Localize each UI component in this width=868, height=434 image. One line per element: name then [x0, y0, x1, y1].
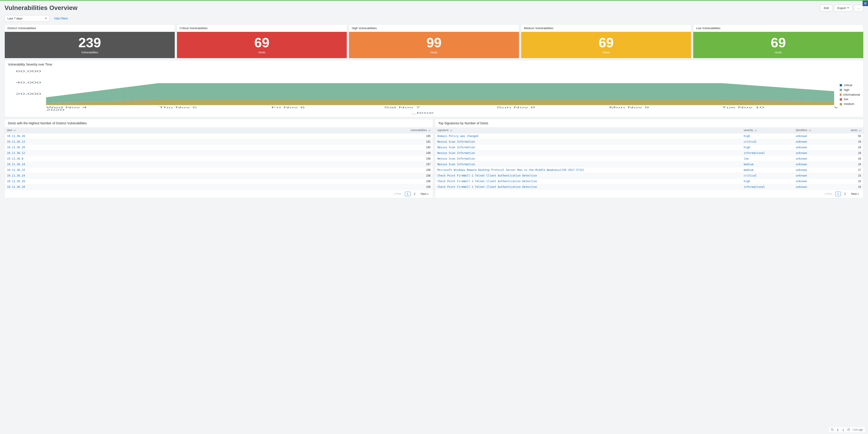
cell-link[interactable]: unknown: [796, 174, 807, 177]
cell-link[interactable]: unknown: [796, 134, 807, 138]
cell-link[interactable]: 10.11.36.14: [7, 163, 25, 166]
cell-link[interactable]: Check Point FireWall-1 Telnet Client Aut…: [437, 185, 537, 188]
cell-link[interactable]: Nessus Scan Information: [437, 157, 475, 160]
column-header[interactable]: severity ▴▾: [741, 127, 794, 133]
metric-card[interactable]: Medium Vulnerabilities 69 Hosts: [521, 24, 691, 58]
cell-link[interactable]: unknown: [796, 163, 807, 166]
cell-link[interactable]: Microsoft Windows Remote Desktop Protoco…: [437, 168, 584, 172]
cell-link[interactable]: 10.11.36.24: [7, 174, 25, 177]
table-row[interactable]: 10.11.36.20160: [5, 145, 433, 150]
cell-link[interactable]: 10.11.36.29: [7, 180, 25, 183]
cell-link[interactable]: Domain Policy was changed: [437, 134, 478, 138]
export-button[interactable]: Export: [834, 5, 852, 11]
column-header[interactable]: dests ▴▾: [834, 127, 863, 133]
cell-link[interactable]: unknown: [796, 185, 807, 188]
cell-link[interactable]: Nessus Scan Information: [437, 140, 475, 143]
legend-item[interactable]: low: [840, 97, 860, 102]
cell-link[interactable]: high: [744, 180, 750, 183]
page-title: Vulnerabilities Overview: [4, 4, 78, 11]
metric-card[interactable]: High Vulnerabilities 99 Hosts: [349, 24, 519, 58]
svg-text:_time: _time: [411, 112, 434, 114]
dests-table-title: Dests with the Highest Number of Distinc…: [5, 119, 433, 127]
table-row[interactable]: Domain Policy was changedhighunknown50: [435, 133, 863, 139]
pager-page[interactable]: 1: [835, 192, 841, 196]
table-row[interactable]: Check Point FireWall-1 Telnet Client Aut…: [435, 179, 863, 184]
cell-link[interactable]: unknown: [796, 157, 807, 160]
cell-link[interactable]: unknown: [796, 151, 807, 155]
cell-link[interactable]: high: [744, 134, 750, 138]
legend-item[interactable]: critical: [840, 83, 860, 88]
table-row[interactable]: Nessus Scan Informationhighunknown19: [435, 145, 863, 150]
metric-card[interactable]: Critical Vulnerabilities 69 Hosts: [177, 24, 347, 58]
cell-link[interactable]: informational: [744, 185, 765, 188]
column-header[interactable]: dest ▴▾: [5, 127, 209, 133]
metric-value: 69: [696, 36, 861, 50]
cell-link[interactable]: 10.11.36.13: [7, 140, 25, 143]
pager-next[interactable]: Next »: [418, 192, 431, 196]
pager-next[interactable]: Next »: [849, 192, 861, 196]
pager-page[interactable]: 2: [842, 192, 848, 196]
pager-page[interactable]: 1: [405, 192, 410, 196]
cell-link[interactable]: critical: [744, 174, 757, 177]
metric-card[interactable]: Low Vulnerabilities 69 Hosts: [693, 24, 864, 58]
cell-link[interactable]: unknown: [796, 140, 807, 143]
column-header[interactable]: signature ▴▾: [435, 127, 741, 133]
cell-link[interactable]: Check Point FireWall-1 Telnet Client Aut…: [437, 174, 537, 177]
svg-text:Tue Nov 10: Tue Nov 10: [721, 106, 764, 109]
metric-label: Hosts: [524, 51, 688, 54]
table-row[interactable]: Microsoft Windows Remote Desktop Protoco…: [435, 167, 863, 173]
cell-link[interactable]: Nessus Scan Information: [437, 146, 475, 149]
cell-link[interactable]: unknown: [796, 180, 807, 183]
cell-link[interactable]: 10.11.36.20: [7, 146, 25, 149]
cell-link[interactable]: medium: [744, 163, 753, 166]
table-row[interactable]: Nessus Scan Informationlowunknown19: [435, 156, 863, 162]
cell-link[interactable]: 10.11.36.22: [7, 168, 25, 172]
metric-card[interactable]: Distinct Vulnerabilities 239 Vulnerabili…: [4, 24, 175, 58]
hide-filters-link[interactable]: Hide Filters: [54, 17, 68, 20]
cell-link[interactable]: Nessus Scan Information: [437, 151, 475, 155]
collapse-panel-tab[interactable]: ≡: [863, 1, 868, 6]
svg-text:2020: 2020: [46, 109, 65, 111]
card-title: Critical Vulnerabilities: [177, 25, 347, 32]
pager-prev[interactable]: « Prev: [392, 192, 403, 196]
svg-text:Sat Nov 7: Sat Nov 7: [384, 106, 420, 109]
cell-link[interactable]: 10.11.36.12: [7, 151, 25, 155]
table-row[interactable]: 10.11.36.14157: [5, 162, 433, 167]
legend-item[interactable]: high: [840, 88, 860, 92]
table-row[interactable]: 10.11.36.22156: [5, 167, 433, 173]
more-actions-button[interactable]: ...: [854, 5, 864, 11]
table-row[interactable]: 10.11.36.13161: [5, 139, 433, 145]
edit-button[interactable]: Edit: [820, 5, 832, 11]
cell-link[interactable]: 10.11.36.8: [7, 157, 23, 160]
table-row[interactable]: 10.11.36.12159: [5, 150, 433, 156]
severity-area-chart[interactable]: 20,00040,00060,000Wed Nov 42020Thu Nov 5…: [8, 69, 837, 115]
table-row[interactable]: 10.11.36.8158: [5, 156, 433, 162]
column-header[interactable]: identifiers ▴▾: [794, 127, 833, 133]
pager-prev[interactable]: « Prev: [822, 192, 834, 196]
cell-link[interactable]: low: [744, 157, 749, 160]
cell-link[interactable]: Check Point FireWall-1 Telnet Client Aut…: [437, 180, 537, 183]
table-row[interactable]: Nessus Scan Informationmediumunknown19: [435, 162, 863, 167]
table-row[interactable]: 10.11.36.24156: [5, 173, 433, 179]
cell-link[interactable]: high: [744, 146, 750, 149]
table-row[interactable]: Nessus Scan Informationinformationalunkn…: [435, 150, 863, 156]
cell-link[interactable]: 10.11.36.10: [7, 185, 25, 188]
cell-link[interactable]: critical: [744, 140, 757, 143]
cell-link[interactable]: Nessus Scan Information: [437, 163, 475, 166]
cell-link[interactable]: informational: [744, 151, 765, 155]
time-range-picker[interactable]: Last 7 days: [4, 15, 50, 22]
table-row[interactable]: 10.11.36.29156: [5, 179, 433, 184]
cell-link[interactable]: unknown: [796, 168, 807, 172]
table-row[interactable]: 10.11.36.28165: [5, 133, 433, 139]
legend-item[interactable]: informational: [840, 92, 860, 97]
table-row[interactable]: 10.11.36.10155: [5, 184, 433, 190]
pager-page[interactable]: 2: [412, 192, 417, 196]
table-row[interactable]: Check Point FireWall-1 Telnet Client Aut…: [435, 173, 863, 179]
table-row[interactable]: Nessus Scan Informationcriticalunknown19: [435, 139, 863, 145]
cell-link[interactable]: 10.11.36.28: [7, 134, 25, 138]
cell-link[interactable]: medium: [744, 168, 753, 172]
column-header[interactable]: vulnerabilities ▴▾: [209, 127, 433, 133]
cell-link[interactable]: unknown: [796, 146, 807, 149]
table-row[interactable]: Check Point FireWall-1 Telnet Client Aut…: [435, 184, 863, 190]
legend-item[interactable]: medium: [840, 102, 860, 106]
